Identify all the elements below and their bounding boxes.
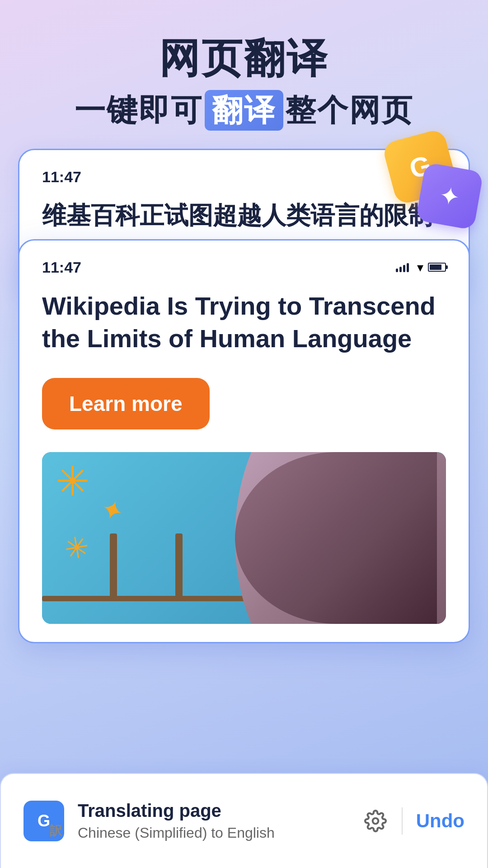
undo-button[interactable]: Undo xyxy=(416,810,465,832)
translating-page-label: Translating page xyxy=(78,801,350,821)
translation-info: Translating page Chinese (Simplified) to… xyxy=(78,801,350,841)
cards-container: G ✦ 11:47 维基百科正试图超越人类语言的限制 11:47 xyxy=(18,149,470,646)
status-bar-chinese: 11:47 xyxy=(42,168,446,186)
vertical-divider xyxy=(402,807,403,835)
translation-language-pair: Chinese (Simplified) to English xyxy=(78,825,350,841)
person-face-overlay xyxy=(235,452,437,624)
gear-icon xyxy=(364,810,387,832)
wifi-icon: ▾ xyxy=(417,260,423,275)
google-g-letter: G xyxy=(38,811,50,830)
translation-actions: Undo xyxy=(363,807,465,835)
translation-bar: G 訳 Translating page Chinese (Simplified… xyxy=(0,773,488,868)
signal-icon-english xyxy=(396,262,409,272)
subtitle-after: 整个网页 xyxy=(285,92,413,129)
time-chinese: 11:47 xyxy=(42,168,81,186)
google-translate-icon: G 訳 xyxy=(23,801,64,841)
bridge-tower-left xyxy=(110,533,117,601)
icon-purple-symbol: ✦ xyxy=(437,180,462,212)
decoration-star-2: ✦ xyxy=(97,494,127,527)
status-icons-english: ▾ xyxy=(396,260,446,275)
battery-icon xyxy=(428,263,446,272)
article-image: ✳ ✦ ✳ xyxy=(42,452,446,624)
time-english: 11:47 xyxy=(42,259,81,276)
translate-label-small: 訳 xyxy=(50,822,62,840)
app-icon: G ✦ xyxy=(389,135,479,226)
decoration-star-1: ✳ xyxy=(56,461,89,502)
page-title: 网页翻译 xyxy=(27,36,461,81)
svg-point-0 xyxy=(373,818,379,824)
english-article-title: Wikipedia Is Trying to Transcend the Lim… xyxy=(42,290,446,356)
icon-purple: ✦ xyxy=(416,162,484,230)
chinese-article-title: 维基百科正试图超越人类语言的限制 xyxy=(42,199,446,231)
bridge-tower-right xyxy=(175,533,183,601)
learn-more-button[interactable]: Learn more xyxy=(42,378,210,429)
settings-button[interactable] xyxy=(363,809,388,834)
subtitle-before: 一键即可 xyxy=(75,92,203,129)
subtitle-highlight: 翻译 xyxy=(205,90,283,131)
card-english: 11:47 ▾ Wikipedia Is Trying to Transcend… xyxy=(18,239,470,644)
image-background: ✳ ✦ ✳ xyxy=(42,452,446,624)
page-subtitle: 一键即可 翻译 整个网页 xyxy=(27,90,461,131)
status-bar-english: 11:47 ▾ xyxy=(42,259,446,276)
